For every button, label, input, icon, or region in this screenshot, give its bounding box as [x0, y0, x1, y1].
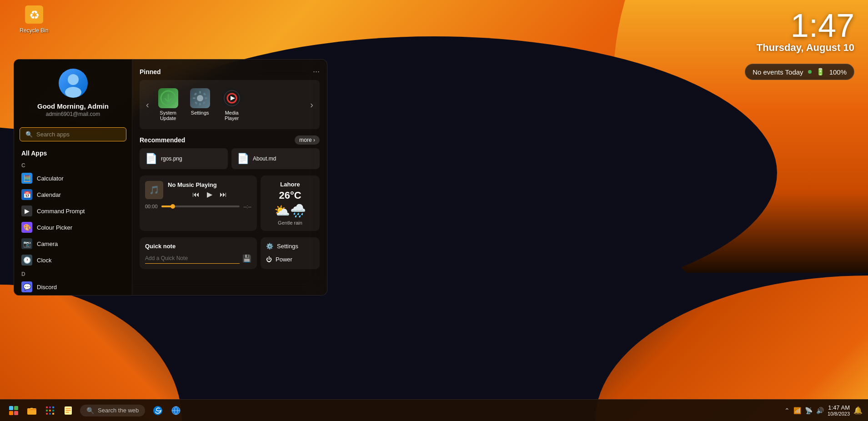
search-apps-input[interactable] — [36, 131, 120, 138]
system-update-icon — [158, 88, 178, 108]
weather-widget[interactable]: Lahore 26°C ⛅🌧️ Gentle rain — [261, 175, 320, 231]
svg-rect-10 — [205, 97, 207, 99]
music-progress: 00:00 --:-- — [145, 204, 251, 209]
pinned-app-media-player[interactable]: MediaPlayer — [218, 85, 246, 125]
start-button[interactable] — [5, 402, 22, 419]
pinned-app-system-update[interactable]: SystemUpdate — [155, 85, 182, 125]
recycle-bin-icon[interactable]: ♻ Recycle Bin — [16, 4, 52, 34]
pinned-next-button[interactable]: › — [308, 98, 315, 112]
taskbar-browser-button[interactable] — [168, 402, 184, 419]
svg-rect-31 — [52, 413, 54, 415]
section-letter-c: C — [18, 160, 128, 170]
quick-note-input-row: 💾 — [145, 253, 251, 264]
taskbar-notes-button[interactable] — [60, 402, 76, 419]
app-item-camera[interactable]: 📷 Camera — [18, 236, 128, 252]
app-item-colour-picker[interactable]: 🎨 Colour Picker — [18, 219, 128, 236]
music-play-button[interactable]: ▶ — [207, 190, 212, 199]
bottom-row: Quick note 💾 ⚙️ Settings ⏻ Power — [140, 237, 320, 269]
settings-button[interactable]: ⚙️ Settings — [266, 241, 314, 251]
colour-picker-icon: 🎨 — [21, 222, 32, 233]
music-prev-button[interactable]: ⏮ — [192, 190, 200, 199]
rgos-label: rgos.png — [161, 155, 182, 162]
music-info: No Music Playing ⏮ ▶ ⏭ — [168, 181, 251, 199]
pinned-header: Pinned ··· — [140, 67, 320, 76]
battery-icon: 🔋 — [816, 68, 825, 76]
settings-label: Settings — [277, 243, 298, 250]
svg-rect-14 — [202, 101, 206, 105]
start-menu-left-panel: Good Morning, Admin admin6901@mail.com 🔍… — [14, 60, 132, 295]
app-item-discord[interactable]: 💬 Discord — [18, 279, 128, 295]
about-label: About.md — [253, 155, 276, 162]
cmd-icon: ▶ — [21, 205, 32, 216]
pinned-section: Pinned ··· ‹ SystemUpdate — [140, 67, 320, 129]
rgos-icon: 📄 — [145, 153, 157, 165]
music-time-current: 00:00 — [145, 204, 158, 209]
svg-point-6 — [197, 95, 203, 101]
svg-rect-29 — [46, 413, 48, 415]
camera-label: Camera — [37, 241, 58, 247]
app-item-calendar[interactable]: 📅 Calendar — [18, 186, 128, 203]
more-button[interactable]: more › — [295, 135, 320, 145]
user-email: admin6901@mail.com — [46, 111, 100, 117]
progress-bar[interactable] — [161, 205, 240, 207]
music-widget: 🎵 No Music Playing ⏮ ▶ ⏭ 00:00 — [140, 175, 257, 231]
quick-note-save-button[interactable]: 💾 — [242, 254, 251, 263]
app-item-clock[interactable]: 🕐 Clock — [18, 252, 128, 268]
taskbar-apps-grid-button[interactable] — [42, 402, 58, 419]
svg-rect-27 — [49, 410, 51, 411]
calendar-widget[interactable]: No events Today 🔋 100% — [745, 64, 854, 80]
volume-icon[interactable]: 🔊 — [816, 407, 824, 414]
weather-city: Lahore — [280, 181, 300, 188]
search-emoji-icon: 🔍 — [25, 131, 33, 138]
settings-power-widget: ⚙️ Settings ⏻ Power — [261, 237, 320, 269]
wifi-icon[interactable]: 📡 — [805, 407, 813, 414]
taskbar-system-tray: ⌃ 📶 📡 🔊 1:47 AM 10/8/2023 🔔 — [784, 404, 863, 416]
music-thumbnail: 🎵 — [145, 181, 163, 199]
start-menu-right-panel: Pinned ··· ‹ SystemUpdate — [132, 60, 327, 295]
search-apps-container[interactable]: 🔍 — [20, 127, 126, 141]
quick-note-widget: Quick note 💾 — [140, 237, 257, 269]
weather-temp: 26°C — [279, 190, 301, 201]
taskbar-search-bar[interactable]: 🔍 Search the web — [80, 405, 145, 416]
recommended-header: Recommended more › — [140, 135, 320, 145]
rec-item-rgos[interactable]: 📄 rgos.png — [140, 148, 228, 169]
calendar-label: Calendar — [37, 191, 61, 198]
avatar[interactable] — [59, 69, 88, 98]
clock-app-icon: 🕐 — [21, 255, 32, 266]
notification-bell-icon[interactable]: 🔔 — [853, 406, 863, 415]
pinned-app-settings[interactable]: Settings — [186, 85, 214, 125]
app-item-command-prompt[interactable]: ▶ Command Prompt — [18, 203, 128, 219]
all-apps-header: All Apps — [14, 146, 132, 160]
taskbar: 🔍 Search the web ⌃ 📶 📡 🔊 1:47 AM 10/8/20… — [0, 399, 868, 421]
clock-label: Clock — [37, 257, 52, 264]
calendar-status-text: No events Today — [753, 68, 803, 76]
network-icon[interactable]: 📶 — [793, 407, 801, 414]
svg-rect-7 — [199, 91, 201, 94]
tray-expand-icon[interactable]: ⌃ — [784, 407, 790, 414]
taskbar-edge-button[interactable] — [150, 402, 166, 419]
calculator-label: Calculator — [37, 175, 64, 182]
widgets-row: 🎵 No Music Playing ⏮ ▶ ⏭ 00:00 — [140, 175, 320, 231]
pinned-dots-button[interactable]: ··· — [313, 67, 320, 76]
music-title: No Music Playing — [168, 181, 251, 188]
discord-icon: 💬 — [21, 281, 32, 292]
camera-icon: 📷 — [21, 238, 32, 249]
quick-note-input[interactable] — [145, 253, 240, 264]
taskbar-file-manager-button[interactable] — [24, 402, 40, 419]
progress-dot — [171, 204, 175, 209]
taskbar-time: 1:47 AM — [828, 404, 850, 411]
power-button[interactable]: ⏻ Power — [266, 254, 314, 265]
pinned-prev-button[interactable]: ‹ — [144, 98, 151, 112]
app-item-calculator[interactable]: 🧮 Calculator — [18, 170, 128, 186]
taskbar-clock[interactable]: 1:47 AM 10/8/2023 — [828, 404, 850, 416]
weather-icon: ⛅🌧️ — [274, 203, 306, 218]
music-next-button[interactable]: ⏭ — [220, 190, 227, 199]
svg-rect-18 — [9, 406, 13, 410]
svg-rect-11 — [194, 92, 197, 95]
rec-item-about[interactable]: 📄 About.md — [231, 148, 320, 169]
section-letter-d: D — [18, 268, 128, 279]
media-player-icon — [222, 88, 242, 108]
settings-pinned-label: Settings — [191, 110, 209, 115]
cmd-label: Command Prompt — [37, 208, 85, 215]
colour-picker-label: Colour Picker — [37, 224, 72, 231]
